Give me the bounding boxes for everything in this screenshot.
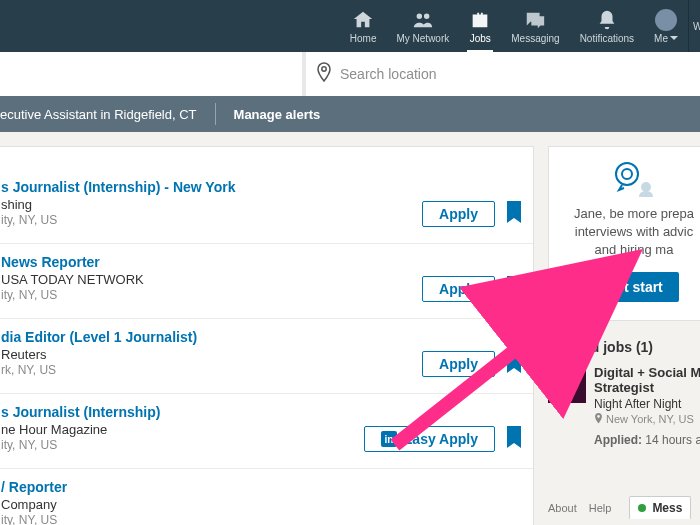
nav-notifications[interactable]: Notifications	[570, 0, 644, 52]
bookmark-icon[interactable]	[505, 351, 523, 377]
apply-button[interactable]: Apply	[422, 351, 495, 377]
job-info: / Reporter Company ity, NY, US	[1, 479, 523, 525]
job-info: s Journalist (Internship) ne Hour Magazi…	[1, 404, 364, 452]
nav-network[interactable]: My Network	[386, 0, 459, 52]
job-title[interactable]: News Reporter	[1, 254, 422, 270]
svg-point-2	[622, 169, 632, 179]
nav-messaging-label: Messaging	[511, 33, 559, 44]
jobs-column: s Journalist (Internship) - New York shi…	[0, 146, 534, 525]
job-info: s Journalist (Internship) - New York shi…	[1, 179, 422, 227]
applied-company: Night After Night	[594, 397, 700, 411]
applied-info: Digital + Social MStrategist Night After…	[594, 365, 700, 447]
alert-recent[interactable]: ecutive Assistant in Ridgefield, CT	[0, 103, 216, 125]
applied-jobs-heading[interactable]: Applied jobs (1)	[548, 339, 700, 355]
messaging-icon	[524, 9, 546, 31]
job-info: News Reporter USA TODAY NETWORK ity, NY,…	[1, 254, 422, 302]
jobs-icon	[469, 9, 491, 31]
interview-prep-icon	[549, 161, 700, 197]
bookmark-icon[interactable]	[505, 276, 523, 302]
messaging-tab[interactable]: Mess	[629, 496, 691, 519]
job-company: Company	[1, 497, 523, 512]
svg-point-1	[616, 163, 638, 185]
job-location: ity, NY, US	[1, 288, 422, 302]
manage-alerts-link[interactable]: Manage alerts	[216, 107, 321, 122]
search-location-wrap[interactable]	[306, 52, 700, 96]
apply-button[interactable]: Apply	[422, 276, 495, 302]
job-location: rk, NY, US	[1, 363, 422, 377]
apply-button[interactable]: Apply	[422, 201, 495, 227]
linkedin-badge-icon: in	[381, 431, 397, 447]
nav-notifications-label: Notifications	[580, 33, 634, 44]
get-started-button[interactable]: Get start	[589, 272, 679, 302]
jobs-card: s Journalist (Internship) - New York shi…	[0, 146, 534, 525]
applied-location: New York, NY, US	[594, 413, 700, 425]
easy-apply-button[interactable]: inEasy Apply	[364, 426, 495, 452]
job-actions: Apply	[422, 276, 523, 302]
applied-timestamp: Applied: 14 hours ag	[594, 433, 700, 447]
avatar-icon	[655, 9, 677, 31]
job-row[interactable]: News Reporter USA TODAY NETWORK ity, NY,…	[0, 244, 533, 319]
top-nav: Home My Network Jobs Messaging Notificat…	[0, 0, 700, 52]
nav-messaging[interactable]: Messaging	[501, 0, 569, 52]
job-company: Reuters	[1, 347, 422, 362]
job-row[interactable]: / Reporter Company ity, NY, US	[0, 469, 533, 525]
job-info: dia Editor (Level 1 Journalist) Reuters …	[1, 329, 422, 377]
job-row[interactable]: dia Editor (Level 1 Journalist) Reuters …	[0, 319, 533, 394]
search-keywords[interactable]	[0, 52, 306, 96]
location-pin-icon	[316, 62, 332, 86]
job-row[interactable]: s Journalist (Internship) ne Hour Magazi…	[0, 394, 533, 469]
nav-me-label: Me	[654, 33, 678, 44]
nav-home[interactable]: Home	[340, 0, 387, 52]
applied-jobs-section: Applied jobs (1) nightafternight Digital…	[548, 339, 700, 447]
nav-home-label: Home	[350, 33, 377, 44]
job-actions: Apply	[422, 201, 523, 227]
home-icon	[352, 9, 374, 31]
applied-job-card[interactable]: nightafternight Digital + Social MStrate…	[548, 365, 700, 447]
nav-jobs[interactable]: Jobs	[459, 0, 501, 52]
job-company: ne Hour Magazine	[1, 422, 364, 437]
svg-point-3	[641, 182, 651, 192]
bookmark-icon[interactable]	[505, 201, 523, 227]
footer-help-link[interactable]: Help	[589, 502, 612, 514]
nav-me[interactable]: Me	[644, 0, 688, 52]
nav-work-cut[interactable]: W	[688, 0, 696, 52]
search-location-input[interactable]	[340, 66, 700, 82]
nav-jobs-label: Jobs	[470, 33, 491, 44]
job-title[interactable]: dia Editor (Level 1 Journalist)	[1, 329, 422, 345]
job-row[interactable]: s Journalist (Internship) - New York shi…	[0, 169, 533, 244]
bell-icon	[596, 9, 618, 31]
search-row	[0, 52, 700, 96]
job-location: ity, NY, US	[1, 513, 523, 525]
job-location: ity, NY, US	[1, 438, 364, 452]
job-title[interactable]: s Journalist (Internship)	[1, 404, 364, 420]
chevron-down-icon	[670, 36, 678, 40]
promo-text: Jane, be more prepa interviews with advi…	[549, 205, 700, 260]
presence-dot-icon	[638, 504, 646, 512]
footer-about-link[interactable]: About	[548, 502, 577, 514]
job-company: USA TODAY NETWORK	[1, 272, 422, 287]
job-title[interactable]: s Journalist (Internship) - New York	[1, 179, 422, 195]
alerts-bar: ecutive Assistant in Ridgefield, CT Mana…	[0, 96, 700, 132]
nav-network-label: My Network	[396, 33, 449, 44]
svg-point-0	[322, 67, 326, 71]
job-title[interactable]: / Reporter	[1, 479, 523, 495]
job-company: shing	[1, 197, 422, 212]
network-icon	[412, 9, 434, 31]
messaging-tab-label: Mess	[652, 501, 682, 515]
job-actions: inEasy Apply	[364, 426, 523, 452]
location-pin-icon	[594, 413, 603, 424]
promo-card: Jane, be more prepa interviews with advi…	[548, 146, 700, 321]
main: s Journalist (Internship) - New York shi…	[0, 132, 700, 525]
right-rail: Jane, be more prepa interviews with advi…	[534, 146, 700, 525]
footer-links: About Help	[548, 502, 611, 514]
job-actions: Apply	[422, 351, 523, 377]
company-logo: nightafternight	[548, 365, 586, 403]
applied-role: Digital + Social MStrategist	[594, 365, 700, 396]
nav-items: Home My Network Jobs Messaging Notificat…	[340, 0, 696, 52]
footer: About Help Mess	[548, 490, 700, 525]
job-location: ity, NY, US	[1, 213, 422, 227]
bookmark-icon[interactable]	[505, 426, 523, 452]
